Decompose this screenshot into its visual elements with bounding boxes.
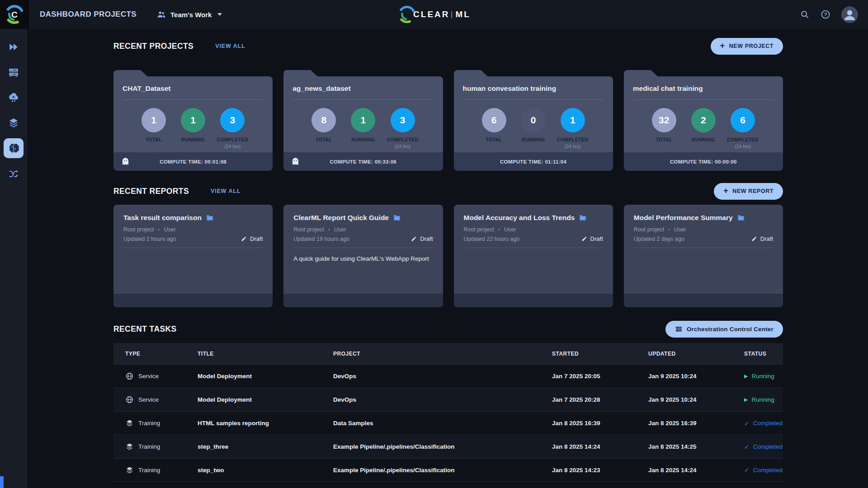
project-card[interactable]: human convesation training 6 TOTAL 0 RUN… <box>454 76 613 171</box>
task-type: Service <box>113 372 186 380</box>
project-card-footer: COMPUTE TIME: 00:33:06 <box>283 152 443 171</box>
dot-separator <box>668 229 670 230</box>
task-status: ▶ ✓ Running <box>732 373 783 380</box>
sidebar-item-workers-queues[interactable] <box>4 62 24 82</box>
report-author: User <box>504 226 516 233</box>
completed-count: 3 <box>391 108 415 132</box>
dot-separator <box>158 229 160 230</box>
report-card-footer <box>113 294 273 307</box>
workspace-label: Team's Work <box>170 11 212 19</box>
folder-tab <box>624 70 658 77</box>
globe-icon <box>125 395 134 404</box>
projects-view-all-link[interactable]: VIEW ALL <box>215 43 245 49</box>
task-updated: Jan 8 2025 16:39 <box>637 420 732 427</box>
person-icon <box>841 6 858 23</box>
report-project: Root project <box>293 226 324 233</box>
task-title[interactable]: Model Deployment <box>186 396 321 403</box>
svg-text:C: C <box>11 10 18 19</box>
new-report-button[interactable]: + NEW REPORT <box>714 183 783 200</box>
task-project: DevOps <box>321 396 540 403</box>
clearml-wordmark: CLEAR ML <box>397 5 471 24</box>
task-updated: Jan 8 2025 14:25 <box>637 443 732 450</box>
orchestration-icon <box>675 325 683 333</box>
globe-icon <box>125 372 134 380</box>
project-card[interactable]: CHAT_Dataset 1 TOTAL 1 RUNNING <box>113 76 273 171</box>
search-icon[interactable] <box>800 9 810 19</box>
divider <box>633 99 774 100</box>
ghost-icon <box>121 157 130 166</box>
col-started: STARTED <box>540 351 637 357</box>
report-card[interactable]: ClearML Report Quick Guide Root project … <box>283 205 443 307</box>
report-card[interactable]: Model Performance Summary Root project U… <box>624 205 783 307</box>
sidebar-item-pipelines[interactable] <box>4 164 24 183</box>
plus-icon: + <box>720 42 725 50</box>
stat-completed: 3 COMPLETED (24 hrs) <box>383 108 422 149</box>
reports-view-all-link[interactable]: VIEW ALL <box>211 188 241 194</box>
completed-count: 6 <box>731 108 755 132</box>
ghost-icon <box>291 157 300 166</box>
stat-running: 2 RUNNING <box>684 108 723 149</box>
task-title[interactable]: step_three <box>186 443 321 450</box>
report-card[interactable]: Task result comparison Root project User… <box>113 205 273 307</box>
sidebar-item-applications[interactable] <box>4 88 24 108</box>
report-status-badge: Draft <box>581 235 603 242</box>
task-title[interactable]: HTML samples reporting <box>186 420 321 427</box>
table-row[interactable]: Training step_two Example Pipeline/.pipe… <box>113 458 783 482</box>
table-row[interactable]: Training HTML samples reporting Data Sam… <box>113 411 783 435</box>
sidebar-item-projects-dashboard[interactable] <box>4 138 24 158</box>
col-type: TYPE <box>113 351 186 357</box>
table-row[interactable]: Service Model Deployment DevOps Jan 7 20… <box>113 388 783 411</box>
tasks-section-header: RECENT TASKS Orchestration Control Cente… <box>113 320 783 338</box>
main-content: RECENT PROJECTS VIEW ALL + NEW PROJECT C… <box>28 29 868 488</box>
stat-window: (24 hrs) <box>723 144 762 149</box>
divider <box>123 248 263 248</box>
reports-section-header: RECENT REPORTS VIEW ALL + NEW REPORT <box>113 182 783 200</box>
orchestration-control-center-button[interactable]: Orchestration Control Center <box>665 321 783 338</box>
project-card[interactable]: ag_news_dataset 8 TOTAL 1 RUNNING <box>283 76 443 171</box>
table-row[interactable]: Service Model Deployment DevOps Jan 7 20… <box>113 364 783 388</box>
compute-time: COMPUTE TIME: 01:11:04 <box>500 159 566 164</box>
report-card-footer <box>283 294 443 307</box>
divider <box>292 99 434 100</box>
report-author: User <box>674 226 686 233</box>
report-folder-icon <box>206 214 214 222</box>
new-project-button[interactable]: + NEW PROJECT <box>711 38 783 55</box>
report-updated: Updated 19 hours ago <box>293 236 349 242</box>
task-title[interactable]: step_two <box>186 467 321 474</box>
total-count: 8 <box>311 108 336 132</box>
project-card[interactable]: medical chat training 32 TOTAL 2 RUNNING <box>624 76 783 171</box>
stat-total: 8 TOTAL <box>304 108 343 149</box>
report-card[interactable]: Model Accuracy and Loss Trends Root proj… <box>454 205 613 307</box>
sidebar-item-datasets[interactable] <box>4 113 24 133</box>
col-title: TITLE <box>186 351 321 357</box>
pipelines-icon <box>8 168 19 179</box>
completed-check-icon: ✓ <box>744 444 750 450</box>
task-status: ▶ ✓ Completed <box>732 420 783 427</box>
sidebar-scroll-indicator[interactable] <box>0 476 4 488</box>
divider <box>463 99 604 100</box>
sidebar-item-getting-started[interactable] <box>4 37 24 57</box>
plus-icon: + <box>723 187 728 195</box>
profile-avatar[interactable] <box>841 6 858 23</box>
col-project: PROJECT <box>321 351 540 357</box>
team-icon <box>156 9 166 19</box>
wordmark-separator <box>452 11 453 18</box>
table-header: TYPE TITLE PROJECT STARTED UPDATED STATU… <box>113 343 783 364</box>
task-updated: Jan 8 2025 14:24 <box>637 467 732 474</box>
task-project: Example Pipeline/.pipelines/Classificati… <box>321 443 540 450</box>
table-row[interactable]: Training step_three Example Pipeline/.pi… <box>113 435 783 458</box>
task-started: Jan 8 2025 14:24 <box>540 443 637 450</box>
completed-check-icon: ✓ <box>744 467 750 473</box>
brain-projects-icon <box>8 142 19 154</box>
stat-running: 1 RUNNING <box>344 108 382 149</box>
workspace-selector[interactable]: Team's Work <box>156 9 222 19</box>
pencil-icon <box>581 236 587 242</box>
completed-count: 1 <box>561 108 585 132</box>
clearml-logo[interactable]: C <box>0 0 29 29</box>
divider <box>464 248 603 248</box>
help-icon[interactable]: ? <box>821 9 830 19</box>
col-status: STATUS <box>732 351 783 357</box>
stat-running: 0 RUNNING <box>514 108 553 149</box>
task-project: Data Samples <box>321 420 540 427</box>
task-title[interactable]: Model Deployment <box>186 373 321 380</box>
